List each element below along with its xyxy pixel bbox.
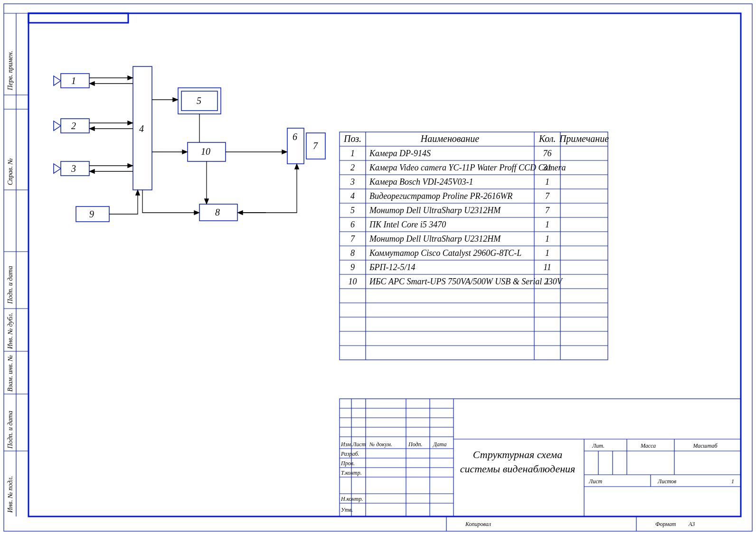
svg-marker-15 <box>54 164 61 173</box>
svg-text:5: 5 <box>197 95 201 106</box>
svg-text:системы виденаблюдения: системы виденаблюдения <box>460 463 576 475</box>
svg-text:1: 1 <box>545 277 549 286</box>
svg-text:7: 7 <box>545 191 550 201</box>
svg-text:Масса: Масса <box>640 442 656 449</box>
side-label-6: Инв. № подл. <box>7 476 14 513</box>
kopiroval-label: Копировал <box>465 521 491 527</box>
svg-marker-13 <box>54 76 61 85</box>
svg-text:БРП-12-5/14: БРП-12-5/14 <box>369 263 416 272</box>
svg-text:11: 11 <box>543 263 551 272</box>
svg-text:Коммутатор Cisco Catalyst 2960: Коммутатор Cisco Catalyst 2960G-8TC-L <box>369 248 521 258</box>
format-label: Формат <box>655 521 676 527</box>
svg-text:3: 3 <box>350 177 355 187</box>
svg-text:Дата: Дата <box>433 441 446 448</box>
side-label-4: Взам. инв. № <box>7 355 14 392</box>
svg-text:8: 8 <box>350 248 355 258</box>
schematic: 1 2 3 4 5 10 8 9 6 7 <box>54 66 325 222</box>
svg-text:7: 7 <box>350 234 355 244</box>
side-label-3: Инв. № дубл. <box>7 313 14 349</box>
svg-text:Разраб.: Разраб. <box>340 451 359 457</box>
svg-text:2: 2 <box>71 121 76 131</box>
svg-text:1: 1 <box>545 234 549 244</box>
svg-text:№ докум.: № докум. <box>369 441 392 448</box>
side-label-5: Подп. и дата <box>7 411 14 449</box>
format-value: А3 <box>688 521 695 527</box>
svg-text:Монитор Dell UltraSharp U2312H: Монитор Dell UltraSharp U2312HM <box>369 206 501 215</box>
svg-text:ИБС APC Smart-UPS 750VA/500W U: ИБС APC Smart-UPS 750VA/500W USB & Seria… <box>369 277 563 286</box>
svg-text:7: 7 <box>313 141 318 151</box>
parts-table: Поз.НаименованиеКол.Примечание1Камера DP… <box>340 132 609 360</box>
svg-text:Наименование: Наименование <box>420 133 479 144</box>
camera-icon <box>54 76 61 173</box>
svg-text:Камера Video camera YC-11P Wat: Камера Video camera YC-11P Water Proff C… <box>369 163 566 172</box>
svg-text:ПК Intel Core i5 3470: ПК Intel Core i5 3470 <box>369 220 446 229</box>
svg-text:Поз.: Поз. <box>343 133 361 144</box>
svg-text:Изм.: Изм. <box>340 441 352 448</box>
svg-text:Лист: Лист <box>352 441 366 448</box>
svg-text:10: 10 <box>201 146 210 157</box>
svg-text:5: 5 <box>350 206 355 215</box>
svg-text:Видеорегистратор Proline PR-26: Видеорегистратор Proline PR-2616WR <box>369 191 512 201</box>
svg-text:Лист: Лист <box>588 478 602 485</box>
svg-text:2: 2 <box>350 163 355 172</box>
svg-marker-14 <box>54 121 61 131</box>
left-stamp: Перв. примен. Справ. № Подп. и дата Инв.… <box>4 13 28 516</box>
svg-text:Камера Bosch VDI-245V03-1: Камера Bosch VDI-245V03-1 <box>369 177 473 187</box>
svg-text:1: 1 <box>731 478 734 485</box>
svg-text:76: 76 <box>543 149 552 158</box>
svg-text:Кол.: Кол. <box>539 133 556 144</box>
svg-text:31: 31 <box>543 163 552 172</box>
svg-text:Монитор Dell UltraSharp U2312H: Монитор Dell UltraSharp U2312HM <box>369 234 501 244</box>
side-label-1: Справ. № <box>7 158 14 185</box>
svg-text:6: 6 <box>350 220 355 229</box>
svg-text:4: 4 <box>139 123 144 134</box>
svg-text:1: 1 <box>545 248 549 258</box>
svg-text:1: 1 <box>545 177 549 187</box>
svg-text:Масштаб: Масштаб <box>692 442 718 449</box>
title-block: Изм. Лист № докум. Подп. Дата Разраб. Пр… <box>340 399 741 516</box>
svg-text:Т.контр.: Т.контр. <box>341 469 362 476</box>
svg-text:10: 10 <box>349 277 357 286</box>
side-label-0: Перв. примен. <box>7 51 14 91</box>
svg-text:9: 9 <box>89 209 94 219</box>
svg-text:Пров.: Пров. <box>340 460 355 467</box>
svg-text:Структурная схема: Структурная схема <box>473 449 562 460</box>
svg-text:Н.контр.: Н.контр. <box>340 496 363 502</box>
svg-text:Камера DP-914S: Камера DP-914S <box>369 149 431 158</box>
svg-text:1: 1 <box>350 149 355 158</box>
svg-text:1: 1 <box>545 220 549 229</box>
svg-text:1: 1 <box>71 75 76 86</box>
svg-text:Листов: Листов <box>657 478 676 485</box>
svg-text:3: 3 <box>71 163 76 174</box>
svg-text:Лит.: Лит. <box>592 442 605 449</box>
svg-text:4: 4 <box>350 191 355 201</box>
svg-text:Утв.: Утв. <box>341 507 353 513</box>
side-label-2: Подп. и дата <box>7 266 14 304</box>
svg-text:9: 9 <box>350 263 355 272</box>
svg-rect-12 <box>28 13 128 23</box>
svg-text:7: 7 <box>545 206 550 215</box>
svg-text:Примечание: Примечание <box>559 133 609 144</box>
svg-text:6: 6 <box>293 131 297 142</box>
svg-text:8: 8 <box>215 207 220 217</box>
svg-text:Подп.: Подп. <box>408 441 423 448</box>
